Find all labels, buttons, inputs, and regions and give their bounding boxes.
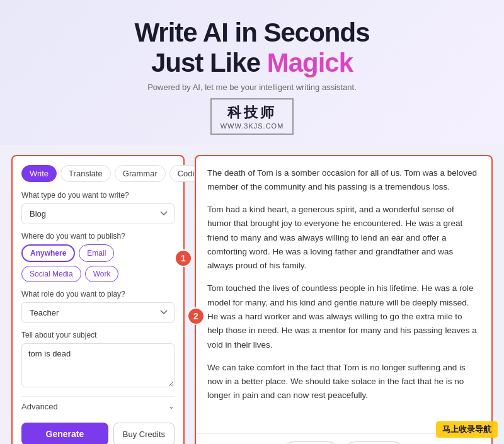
role-select[interactable]: Teacher: [21, 302, 175, 323]
publish-anywhere[interactable]: Anywhere: [21, 244, 75, 262]
subject-label: Tell about your subject: [21, 331, 175, 339]
left-panel: 1 Write Translate Grammar Coding What ty…: [11, 155, 185, 444]
tab-grammar[interactable]: Grammar: [115, 165, 166, 182]
type-label: What type do you want to write?: [21, 191, 175, 200]
headline: Write AI in Seconds Just Like Magick: [13, 18, 491, 79]
publish-label: Where do you want to publish?: [21, 232, 175, 241]
share-button[interactable]: ↗ Share: [345, 441, 404, 444]
subtitle: Powered by AI, let me be your intelligen…: [13, 83, 491, 92]
watermark-box: 科技师 WWW.3KJS.COM: [210, 98, 294, 135]
output-paragraph-3: Tom touched the lives of countless peopl…: [207, 282, 480, 351]
type-select[interactable]: Blog: [21, 203, 175, 224]
subject-textarea[interactable]: tom is dead: [21, 343, 175, 387]
publish-options: Anywhere Email Social Media Work: [21, 244, 175, 282]
watermark-url: WWW.3KJS.COM: [220, 122, 284, 130]
header: Write AI in Seconds Just Like Magick Pow…: [0, 0, 504, 145]
badge-1: 1: [175, 249, 192, 267]
role-label: What role do you want to play?: [21, 290, 175, 299]
headline-line2-prefix: Just Like: [151, 48, 267, 77]
output-paragraph-4: We can take comfort in the fact that Tom…: [207, 361, 480, 403]
badge-2: 2: [187, 307, 205, 325]
headline-magick: Magick: [267, 48, 353, 77]
output-actions: ⎘ Copy ↗ Share: [196, 433, 491, 444]
publish-email[interactable]: Email: [79, 244, 114, 262]
watermark-chinese: 科技师: [220, 103, 284, 122]
headline-line1: Write AI in Seconds: [134, 18, 369, 47]
tabs-row: Write Translate Grammar Coding: [21, 165, 175, 182]
output-paragraph-2: Tom had a kind heart, a generous spirit,…: [207, 203, 480, 273]
tab-write[interactable]: Write: [21, 165, 57, 182]
output-paragraph-1: The death of Tom is a somber occasion fo…: [207, 166, 480, 195]
bottom-bar: Generate Buy Credits: [21, 423, 175, 444]
output-text: The death of Tom is a somber occasion fo…: [196, 156, 491, 433]
tab-translate[interactable]: Translate: [60, 165, 111, 182]
advanced-label: Advanced: [21, 402, 58, 411]
publish-social-media[interactable]: Social Media: [21, 266, 81, 282]
advanced-row[interactable]: Advanced ⌄: [21, 396, 175, 416]
main-content: 1 Write Translate Grammar Coding What ty…: [0, 145, 504, 444]
buy-credits-button[interactable]: Buy Credits: [113, 423, 175, 444]
watermark-container: 科技师 WWW.3KJS.COM: [13, 98, 491, 135]
generate-button[interactable]: Generate: [21, 423, 108, 444]
publish-work[interactable]: Work: [85, 266, 119, 282]
right-panel: 2 The death of Tom is a somber occasion …: [195, 155, 493, 444]
chevron-down-icon: ⌄: [168, 402, 175, 411]
copy-button[interactable]: ⎘ Copy: [284, 441, 338, 444]
